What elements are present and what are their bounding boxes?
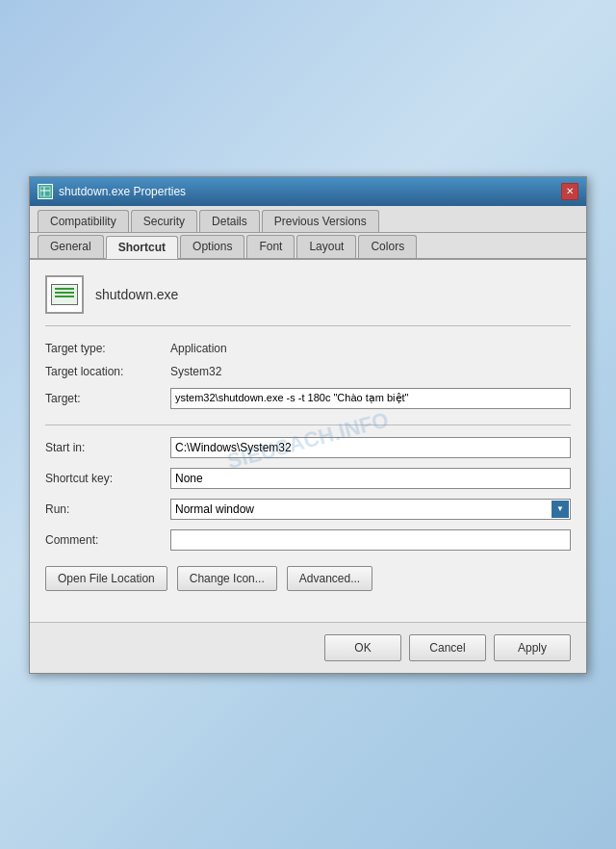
- cancel-button[interactable]: Cancel: [409, 634, 486, 661]
- tab-details[interactable]: Details: [199, 210, 260, 232]
- shortcut-key-label: Shortcut key:: [45, 472, 170, 485]
- run-row: Run: Normal window Minimized Maximized: [45, 499, 571, 520]
- close-button[interactable]: ✕: [561, 183, 578, 200]
- open-file-location-button[interactable]: Open File Location: [45, 566, 167, 591]
- app-icon-line-2: [55, 292, 74, 294]
- run-select[interactable]: Normal window Minimized Maximized: [170, 499, 571, 520]
- window-icon: [38, 184, 53, 199]
- target-label: Target:: [45, 392, 170, 405]
- app-name: shutdown.exe: [95, 287, 178, 302]
- window-title: shutdown.exe Properties: [59, 185, 186, 198]
- target-location-row: Target location: System32: [45, 365, 571, 378]
- advanced-button[interactable]: Advanced...: [287, 566, 372, 591]
- target-type-row: Target type: Application: [45, 342, 571, 355]
- start-in-label: Start in:: [45, 441, 170, 454]
- tab-layout[interactable]: Layout: [296, 235, 356, 258]
- run-label: Run:: [45, 502, 170, 516]
- title-bar: shutdown.exe Properties ✕: [30, 177, 586, 206]
- start-in-row: Start in:: [45, 437, 571, 458]
- tab-row-1: Compatibility Security Details Previous …: [30, 206, 586, 233]
- apply-button[interactable]: Apply: [494, 634, 571, 661]
- tab-row-2: General Shortcut Options Font Layout Col…: [30, 233, 586, 260]
- app-icon-line-3: [55, 296, 74, 297]
- target-type-value: Application: [170, 342, 227, 355]
- action-buttons: Open File Location Change Icon... Advanc…: [45, 566, 571, 591]
- title-bar-left: shutdown.exe Properties: [38, 184, 186, 199]
- separator-1: [45, 424, 571, 425]
- tab-previous-versions[interactable]: Previous Versions: [262, 210, 379, 232]
- bottom-area: OK Cancel Apply: [30, 622, 586, 673]
- tab-general[interactable]: General: [38, 235, 104, 258]
- tab-colors[interactable]: Colors: [358, 235, 417, 258]
- change-icon-button[interactable]: Change Icon...: [177, 566, 277, 591]
- run-select-wrap: Normal window Minimized Maximized: [170, 499, 571, 520]
- comment-input[interactable]: [170, 529, 571, 551]
- properties-window: shutdown.exe Properties ✕ Compatibility …: [29, 176, 587, 674]
- target-location-value: System32: [170, 365, 221, 378]
- svg-rect-0: [40, 187, 50, 196]
- app-icon-line-1: [55, 288, 74, 290]
- start-in-input[interactable]: [170, 437, 571, 458]
- tab-options[interactable]: Options: [180, 235, 244, 258]
- form-fields-2: Start in: Shortcut key: Run: Normal wind…: [45, 437, 571, 551]
- target-row: Target:: [45, 388, 571, 409]
- app-icon: [45, 275, 84, 314]
- shortcut-key-row: Shortcut key:: [45, 468, 571, 489]
- form-fields: Target type: Application Target location…: [45, 342, 571, 409]
- tab-compatibility[interactable]: Compatibility: [38, 210, 129, 232]
- app-icon-inner: [51, 284, 78, 305]
- ok-button[interactable]: OK: [324, 634, 401, 661]
- app-header: shutdown.exe: [45, 275, 571, 326]
- comment-row: Comment:: [45, 529, 571, 551]
- target-location-label: Target location:: [45, 365, 170, 378]
- tab-shortcut[interactable]: Shortcut: [106, 236, 178, 259]
- target-input[interactable]: [170, 388, 571, 409]
- comment-label: Comment:: [45, 533, 170, 547]
- tab-content: SIEUSACH.INFO shutdown.exe Target type: …: [30, 260, 586, 622]
- target-type-label: Target type:: [45, 342, 170, 355]
- tab-font[interactable]: Font: [246, 235, 295, 258]
- tab-security[interactable]: Security: [131, 210, 197, 232]
- shortcut-key-input[interactable]: [170, 468, 571, 489]
